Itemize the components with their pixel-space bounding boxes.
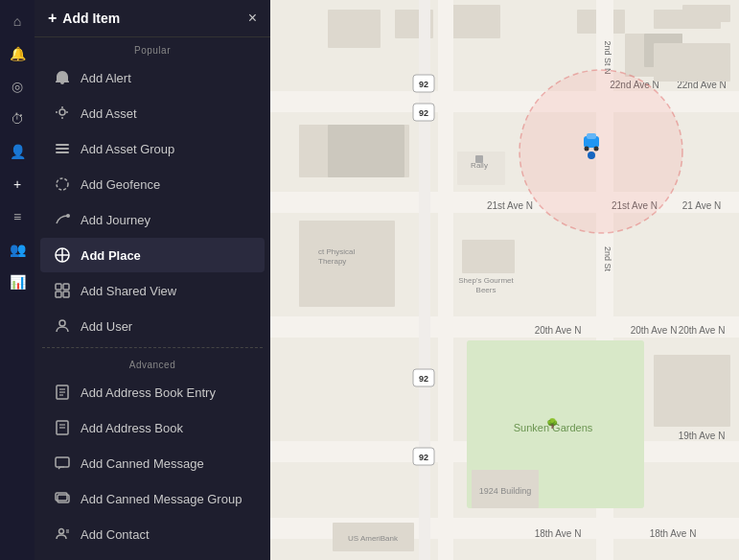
svg-rect-11	[56, 292, 61, 297]
shared-view-icon	[54, 282, 71, 299]
menu-item-add-user[interactable]: Add User	[40, 309, 265, 343]
menu-panel: + Add Item × Popular Add Alert Add Asset…	[35, 0, 270, 560]
svg-rect-9	[56, 284, 61, 290]
svg-text:Beers: Beers	[476, 286, 497, 294]
canned-message-group-icon	[54, 490, 71, 507]
svg-text:19th Ave N: 19th Ave N	[679, 431, 726, 441]
contact-icon	[54, 525, 71, 543]
add-journey-label: Add Journey	[81, 213, 150, 227]
menu-item-add-shared-view[interactable]: Add Shared View	[40, 273, 265, 308]
svg-text:20th Ave N: 20th Ave N	[535, 325, 582, 336]
svg-point-0	[59, 109, 65, 115]
menu-item-add-geofence[interactable]: Add Geofence	[40, 167, 265, 201]
svg-text:92: 92	[419, 108, 428, 118]
svg-text:Shep's Gourmet: Shep's Gourmet	[458, 276, 514, 285]
close-button[interactable]: ×	[248, 10, 257, 27]
svg-rect-52	[438, 0, 453, 560]
svg-text:US AmeriBank: US AmeriBank	[348, 534, 399, 543]
svg-text:18th Ave N: 18th Ave N	[535, 528, 582, 539]
svg-text:20th Ave N: 20th Ave N	[631, 325, 678, 336]
icon-rail-chart[interactable]: 📊	[4, 268, 31, 295]
svg-text:2nd St N: 2nd St N	[603, 40, 612, 74]
menu-item-add-contact[interactable]: Add Contact	[40, 517, 265, 551]
svg-point-5	[66, 214, 70, 218]
svg-point-98	[520, 70, 682, 233]
map-area[interactable]: 92 92 92 92 22nd Ave N 22nd Ave N 21st A…	[270, 0, 739, 560]
svg-text:92: 92	[419, 374, 428, 384]
icon-rail-alert[interactable]: 🔔	[4, 40, 31, 67]
add-shared-view-label: Add Shared View	[81, 284, 176, 298]
svg-rect-80	[475, 155, 483, 163]
svg-rect-97	[654, 355, 730, 427]
menu-item-add-alert[interactable]: Add Alert	[40, 60, 265, 95]
svg-point-102	[594, 147, 599, 152]
svg-rect-100	[587, 133, 596, 139]
svg-rect-96	[654, 43, 730, 82]
svg-text:ct Physical: ct Physical	[318, 247, 355, 256]
svg-rect-40	[328, 10, 381, 48]
menu-item-add-driver[interactable]: Add Driver	[40, 552, 265, 560]
svg-text:Therapy: Therapy	[318, 257, 346, 266]
asset-group-icon	[54, 140, 71, 157]
add-contact-label: Add Contact	[81, 527, 150, 542]
svg-rect-3	[56, 152, 69, 153]
svg-text:18th Ave N: 18th Ave N	[650, 528, 697, 539]
icon-rail-user[interactable]: 👤	[4, 138, 31, 165]
add-user-label: Add User	[81, 319, 132, 334]
svg-text:21st Ave N: 21st Ave N	[487, 200, 533, 211]
menu-header: + Add Item ×	[35, 0, 270, 37]
svg-point-24	[59, 529, 64, 534]
icon-rail-group[interactable]: 👥	[4, 236, 31, 263]
menu-item-add-address-book-entry[interactable]: Add Address Book Entry	[40, 375, 265, 409]
icon-rail-bars[interactable]: ≡	[4, 203, 31, 230]
alert-icon	[54, 69, 71, 86]
add-asset-label: Add Asset	[81, 106, 137, 121]
icon-rail-home[interactable]: ⌂	[4, 8, 31, 35]
geofence-icon	[54, 175, 71, 193]
add-canned-message-group-label: Add Canned Message Group	[81, 492, 242, 506]
address-book-icon	[54, 419, 71, 436]
icon-rail-target[interactable]: ◎	[4, 73, 31, 100]
add-place-label: Add Place	[81, 248, 141, 263]
svg-rect-77	[328, 125, 404, 177]
icon-rail-plus[interactable]: +	[4, 171, 31, 198]
address-book-entry-icon	[54, 384, 71, 401]
menu-item-add-canned-message-group[interactable]: Add Canned Message Group	[40, 481, 265, 516]
svg-rect-81	[299, 221, 395, 307]
menu-header-title: + Add Item	[48, 10, 120, 27]
menu-item-add-canned-message[interactable]: Add Canned Message	[40, 446, 265, 480]
svg-point-101	[585, 147, 589, 152]
add-address-book-entry-label: Add Address Book Entry	[81, 385, 216, 400]
add-alert-label: Add Alert	[81, 71, 131, 85]
icon-rail: ⌂ 🔔 ◎ ⏱ 👤 + ≡ 👥 📊	[0, 0, 35, 560]
svg-text:92: 92	[419, 453, 428, 462]
plus-icon: +	[48, 10, 57, 27]
svg-text:1924 Building: 1924 Building	[479, 486, 532, 496]
place-icon	[54, 246, 71, 264]
menu-item-add-asset[interactable]: Add Asset	[40, 96, 265, 130]
user-icon	[54, 317, 71, 335]
asset-icon	[54, 105, 71, 122]
svg-text:🌳: 🌳	[546, 417, 559, 430]
svg-text:21 Ave N: 21 Ave N	[682, 200, 721, 211]
map-svg: 92 92 92 92 22nd Ave N 22nd Ave N 21st A…	[270, 0, 739, 560]
divider-advanced	[42, 347, 263, 348]
canned-message-icon	[54, 455, 71, 472]
svg-point-4	[57, 178, 68, 190]
add-asset-group-label: Add Asset Group	[81, 142, 174, 156]
menu-item-add-journey[interactable]: Add Journey	[40, 202, 265, 237]
svg-rect-45	[682, 5, 730, 22]
svg-rect-2	[56, 148, 69, 150]
menu-item-add-place[interactable]: Add Place	[40, 238, 265, 272]
menu-item-add-address-book[interactable]: Add Address Book	[40, 410, 265, 445]
menu-title: Add Item	[62, 11, 120, 26]
menu-list: Popular Add Alert Add Asset Add Asset Gr…	[35, 37, 270, 560]
svg-text:20th Ave N: 20th Ave N	[679, 325, 726, 336]
advanced-label: Advanced	[35, 352, 270, 374]
svg-rect-10	[63, 284, 69, 290]
add-address-book-label: Add Address Book	[81, 421, 183, 435]
svg-text:2nd St: 2nd St	[603, 246, 612, 272]
menu-item-add-asset-group[interactable]: Add Asset Group	[40, 131, 265, 166]
icon-rail-clock[interactable]: ⏱	[4, 105, 31, 132]
svg-rect-84	[462, 240, 515, 273]
